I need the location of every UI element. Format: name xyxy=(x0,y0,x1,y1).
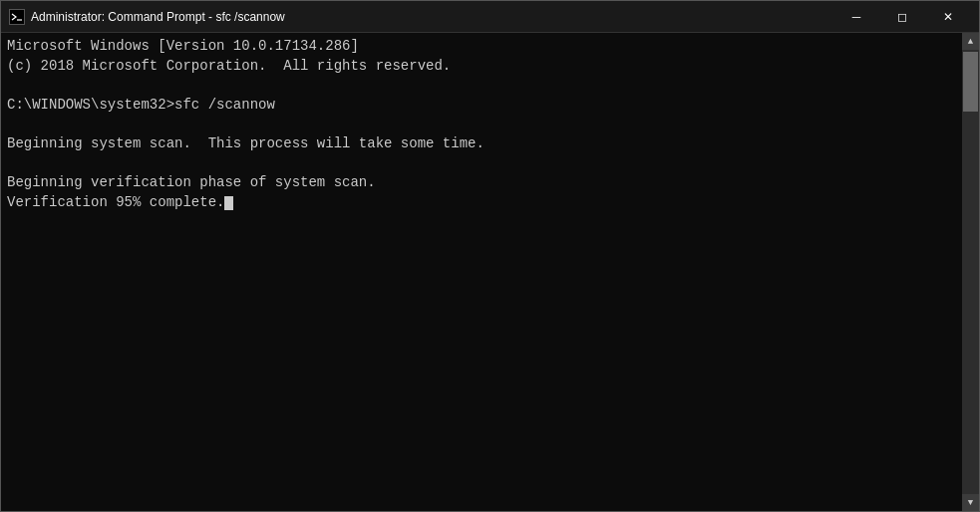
maximize-button[interactable]: ◻ xyxy=(879,1,925,33)
scroll-up-arrow[interactable]: ▲ xyxy=(962,33,979,50)
title-bar-left: Administrator: Command Prompt - sfc /sca… xyxy=(9,9,285,25)
cmd-icon xyxy=(9,9,25,25)
console-output[interactable]: Microsoft Windows [Version 10.0.17134.28… xyxy=(1,33,962,511)
cmd-window: Administrator: Command Prompt - sfc /sca… xyxy=(0,0,980,512)
title-bar-controls: ─ ◻ ✕ xyxy=(833,1,971,33)
minimize-button[interactable]: ─ xyxy=(833,1,879,33)
title-bar: Administrator: Command Prompt - sfc /sca… xyxy=(1,1,979,33)
scroll-down-arrow[interactable]: ▼ xyxy=(962,494,979,511)
scroll-thumb[interactable] xyxy=(963,52,978,112)
scroll-track xyxy=(962,50,979,494)
window-title: Administrator: Command Prompt - sfc /sca… xyxy=(31,10,285,24)
close-button[interactable]: ✕ xyxy=(925,1,971,33)
cursor xyxy=(224,196,233,210)
scrollbar: ▲ ▼ xyxy=(962,33,979,511)
console-body: Microsoft Windows [Version 10.0.17134.28… xyxy=(1,33,979,511)
